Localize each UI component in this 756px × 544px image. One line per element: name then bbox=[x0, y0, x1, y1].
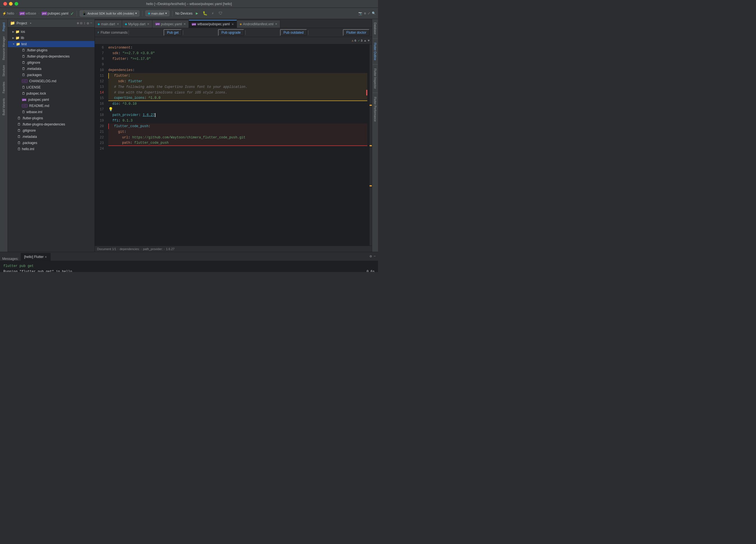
pub-outdated-button[interactable]: Pub outdated bbox=[280, 29, 307, 36]
tree-item-root-flutter-plugins[interactable]: 🗒 .flutter-plugins bbox=[8, 115, 95, 121]
tree-item-flutter-plugins[interactable]: 🗒 .flutter-plugins bbox=[8, 47, 95, 53]
main-layout: Project Resource Manager Structure Favor… bbox=[0, 19, 378, 252]
tree-item-root-flutter-plugins-dep[interactable]: 🗒 .flutter-plugins-dependencies bbox=[8, 121, 95, 127]
expand-icon[interactable]: ⤢ bbox=[368, 12, 370, 15]
vcs-icon: ✓ bbox=[71, 10, 74, 17]
expand-icon[interactable]: ▼ bbox=[368, 39, 370, 42]
minimize-icon[interactable]: − bbox=[374, 254, 376, 259]
tree-item-metadata[interactable]: 🗒 .metadata bbox=[8, 66, 95, 72]
breadcrumb-wtbase[interactable]: yml wtbase bbox=[19, 12, 36, 15]
file-tree-content: ▶ 📁 ios ▶ 📁 lib ▼ 📁 test 🗒 .flutter-plug… bbox=[8, 28, 95, 252]
scrollbar[interactable] bbox=[370, 44, 372, 246]
tab-close-icon[interactable]: ✕ bbox=[184, 22, 186, 26]
main-dart-selector[interactable]: ◆ main.dart ▾ bbox=[145, 10, 169, 16]
code-line-11: flutter: bbox=[108, 73, 367, 79]
code-content[interactable]: environment: sdk: ">=2.7.0 <3.0.0" flutt… bbox=[106, 44, 370, 246]
tree-item-changelog[interactable]: MD CHANGELOG.md bbox=[8, 78, 95, 84]
sidebar-tab-project[interactable]: Project bbox=[1, 20, 6, 33]
tab-myapp-dart[interactable]: ◆ MyApp.dart ✕ bbox=[122, 20, 152, 28]
collapse-icon[interactable]: ▲ bbox=[364, 39, 366, 42]
right-sidebar: Database Flutter Outline Flutter Inspect… bbox=[372, 19, 378, 252]
bottom-tab-hello-flutter[interactable]: [hello] Flutter ✕ bbox=[21, 253, 51, 261]
code-line-21: git: bbox=[108, 129, 367, 135]
tree-item-root-metadata[interactable]: 🗒 .metadata bbox=[8, 134, 95, 140]
tree-item-hello-iml[interactable]: 🗒 hello.iml bbox=[8, 146, 95, 152]
device-selector[interactable]: 📱 Android SDK built for x86 (mobile) ▾ bbox=[80, 10, 139, 17]
md-badge: MD bbox=[22, 104, 28, 108]
flutter-doctor-button[interactable]: Flutter doctor bbox=[343, 29, 370, 36]
bulb-icon[interactable]: 💡 bbox=[108, 107, 113, 112]
sidebar-tab-favorites[interactable]: Favorites bbox=[1, 79, 6, 95]
warning-badge[interactable]: ⚠ 6 bbox=[352, 39, 356, 42]
tab-android-manifest[interactable]: ◈ AndroidManifest.xml ✕ bbox=[237, 20, 281, 28]
camera-icon[interactable]: 📷 bbox=[358, 12, 362, 15]
tree-item-readme[interactable]: MD README.md bbox=[8, 103, 95, 109]
code-line-17: 💡 bbox=[108, 107, 367, 112]
settings-icon[interactable]: ⚙ bbox=[370, 254, 372, 259]
cursor bbox=[155, 113, 155, 117]
sidebar-tab-structure[interactable]: Structure bbox=[1, 63, 6, 79]
window-title: hello [~/Desktop/test/hello] – wtbase/pu… bbox=[146, 2, 232, 6]
maximize-button[interactable] bbox=[15, 2, 18, 6]
breadcrumb-pubspec[interactable]: yml pubspec.yaml bbox=[42, 12, 68, 15]
profile-button[interactable]: ⚡ bbox=[209, 10, 216, 17]
tree-item-root-packages[interactable]: 🗒 .packages bbox=[8, 140, 95, 146]
error-bar: ⚠ 6 ✓ 3 ▲ ▼ bbox=[95, 37, 372, 44]
close-panel-icon[interactable]: − bbox=[90, 21, 92, 26]
tree-item-license[interactable]: 🗒 LICENSE bbox=[8, 84, 95, 90]
file-tree-title: Project bbox=[17, 21, 27, 25]
tree-item-pubspec-yaml[interactable]: yml pubspec.yaml bbox=[8, 97, 95, 103]
coverage-button[interactable]: 🛡 bbox=[217, 10, 224, 17]
ok-badge[interactable]: ✓ 3 bbox=[358, 39, 363, 42]
breadcrumb-hello[interactable]: ⚡ hello bbox=[2, 12, 14, 15]
search-icon[interactable]: 🔍 bbox=[372, 12, 376, 15]
bottom-tabs-bar: Messages: [hello] Flutter ✕ ⚙ − bbox=[0, 252, 378, 261]
close-button[interactable] bbox=[3, 2, 7, 6]
editor-area: ◆ main.dart ✕ ◆ MyApp.dart ✕ yml pubspec… bbox=[95, 19, 372, 252]
collapse-all-icon[interactable]: ⊟ bbox=[80, 21, 83, 26]
tree-item-gitignore[interactable]: 🗒 .gitignore bbox=[8, 60, 95, 66]
run-button[interactable]: ▶ bbox=[194, 10, 200, 17]
layout-icon[interactable]: ⊞ bbox=[364, 12, 366, 15]
tab-close-icon[interactable]: ✕ bbox=[275, 22, 277, 26]
scroll-marker-2 bbox=[370, 145, 372, 146]
settings-icon[interactable]: ⚙ bbox=[87, 21, 89, 26]
tree-item-pubspec-lock[interactable]: 🗒 pubspec.lock bbox=[8, 90, 95, 97]
sort-icon[interactable]: ↕ bbox=[84, 21, 86, 26]
tab-pubspec-yaml[interactable]: yml pubspec.yaml ✕ bbox=[152, 20, 189, 28]
sidebar-tab-build[interactable]: Build Variants bbox=[1, 96, 6, 118]
left-tabs: Project Resource Manager Structure Favor… bbox=[0, 19, 8, 252]
tab-wtbase-pubspec[interactable]: yml wtbase/pubspec.yaml ✕ bbox=[189, 20, 237, 28]
tree-item-flutter-plugins-dep[interactable]: 🗒 .flutter-plugins-dependencies bbox=[8, 53, 95, 60]
tree-item-wtbase-iml[interactable]: 🗒 wtbase.iml bbox=[8, 109, 95, 115]
pub-get-button[interactable]: Pub get bbox=[164, 29, 182, 36]
sidebar-tab-resource[interactable]: Resource Manager bbox=[1, 34, 6, 62]
tab-close-icon[interactable]: ✕ bbox=[147, 22, 149, 26]
minimize-button[interactable] bbox=[9, 2, 13, 6]
tree-item-test[interactable]: ▼ 📁 test bbox=[8, 41, 95, 47]
tree-item-packages[interactable]: 🗒 .packages bbox=[8, 72, 95, 78]
top-toolbar: ⚡ hello › yml wtbase › yml pubspec.yaml … bbox=[0, 8, 378, 19]
debug-button[interactable]: 🐛 bbox=[201, 10, 208, 17]
tab-main-dart[interactable]: ◆ main.dart ✕ bbox=[95, 20, 122, 28]
traffic-lights bbox=[3, 2, 18, 6]
locate-icon[interactable]: ⊕ bbox=[77, 21, 79, 26]
tree-item-ios[interactable]: ▶ 📁 ios bbox=[8, 29, 95, 35]
tab-close-icon[interactable]: ✕ bbox=[117, 22, 119, 26]
scroll-marker-1 bbox=[370, 105, 372, 106]
sidebar-tab-flutter-inspector[interactable]: Flutter Inspector bbox=[373, 66, 377, 91]
pub-upgrade-button[interactable]: Pub upgrade bbox=[218, 29, 244, 36]
tab-close-icon[interactable]: ✕ bbox=[232, 23, 234, 26]
tree-item-root-gitignore[interactable]: 🗒 .gitignore bbox=[8, 127, 95, 134]
sidebar-tab-flutter-performance[interactable]: Flutter Performance bbox=[373, 95, 377, 124]
flutter-commands-label: Flutter commands bbox=[100, 31, 127, 35]
code-line-7: sdk: ">=2.7.0 <3.0.0" bbox=[108, 51, 367, 56]
code-line-20: flutter_code_push: bbox=[108, 124, 367, 129]
tree-item-lib[interactable]: ▶ 📁 lib bbox=[8, 35, 95, 41]
yaml-file-badge: yml bbox=[192, 23, 196, 26]
sidebar-tab-flutter-outline[interactable]: Flutter Outline bbox=[373, 40, 377, 63]
sidebar-tab-database[interactable]: Database bbox=[373, 20, 377, 37]
code-line-14: # Use with the CupertinoIcons class for … bbox=[108, 90, 367, 95]
tab-close-icon[interactable]: ✕ bbox=[45, 255, 47, 259]
file-tree-header: 📁 Project ▾ ⊕ ⊟ ↕ ⚙ − bbox=[8, 19, 95, 28]
